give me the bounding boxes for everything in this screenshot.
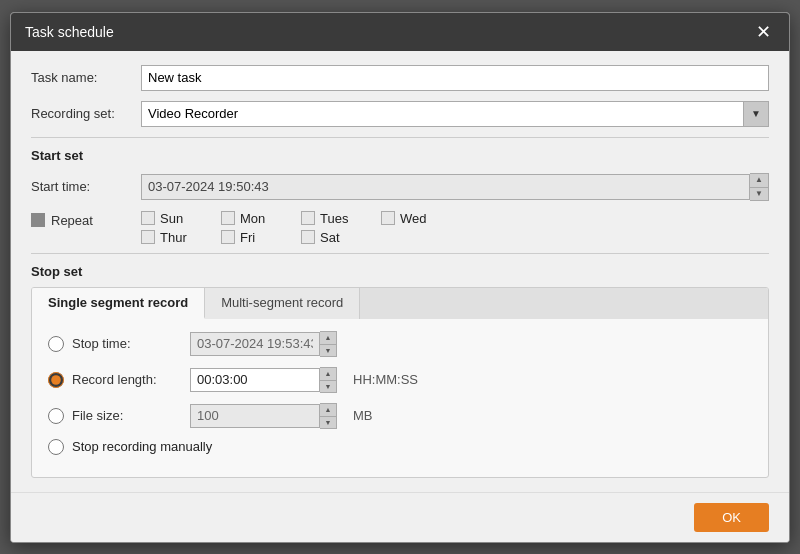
fri-checkbox[interactable] <box>221 230 235 244</box>
stop-manually-row: Stop recording manually <box>48 439 752 455</box>
stop-time-down-button[interactable]: ▼ <box>320 344 336 356</box>
start-time-wrapper: ▲ ▼ <box>141 173 769 201</box>
sun-checkbox[interactable] <box>141 211 155 225</box>
recording-set-wrapper: Video Recorder ▼ <box>141 101 769 127</box>
task-name-row: Task name: <box>31 65 769 91</box>
recording-set-label: Recording set: <box>31 106 141 121</box>
fri-label: Fri <box>240 230 255 245</box>
task-name-input[interactable] <box>141 65 769 91</box>
dialog-title: Task schedule <box>25 24 114 40</box>
mon-checkbox[interactable] <box>221 211 235 225</box>
repeat-checkbox[interactable] <box>31 213 45 227</box>
tabs-bar: Single segment record Multi-segment reco… <box>32 288 768 319</box>
tues-label: Tues <box>320 211 348 226</box>
day-tues: Tues <box>301 211 381 226</box>
day-mon: Mon <box>221 211 301 226</box>
record-length-spinners: ▲ ▼ <box>320 367 337 393</box>
stop-time-row: Stop time: ▲ ▼ <box>48 331 752 357</box>
wed-checkbox[interactable] <box>381 211 395 225</box>
close-button[interactable]: ✕ <box>752 23 775 41</box>
record-length-radio[interactable] <box>48 372 64 388</box>
record-length-input[interactable] <box>190 368 320 392</box>
stop-set-panel: Single segment record Multi-segment reco… <box>31 287 769 478</box>
day-sun: Sun <box>141 211 221 226</box>
record-length-up-button[interactable]: ▲ <box>320 368 336 380</box>
start-time-input[interactable] <box>141 174 750 200</box>
stop-time-up-button[interactable]: ▲ <box>320 332 336 344</box>
wed-label: Wed <box>400 211 427 226</box>
stop-set-header: Stop set <box>31 264 769 279</box>
start-time-row: Start time: ▲ ▼ <box>31 173 769 201</box>
stop-time-spinners: ▲ ▼ <box>320 331 337 357</box>
file-size-row: File size: ▲ ▼ MB <box>48 403 752 429</box>
tues-checkbox[interactable] <box>301 211 315 225</box>
day-sat: Sat <box>301 230 381 245</box>
day-fri: Fri <box>221 230 301 245</box>
file-size-radio[interactable] <box>48 408 64 424</box>
file-size-unit: MB <box>353 408 373 423</box>
ok-button[interactable]: OK <box>694 503 769 532</box>
stop-manually-radio[interactable] <box>48 439 64 455</box>
start-time-up-button[interactable]: ▲ <box>750 174 768 187</box>
start-time-label: Start time: <box>31 179 141 194</box>
recording-set-row: Recording set: Video Recorder ▼ <box>31 101 769 127</box>
record-length-unit: HH:MM:SS <box>353 372 418 387</box>
record-length-down-button[interactable]: ▼ <box>320 380 336 392</box>
tab-content: Stop time: ▲ ▼ Record length: <box>32 319 768 477</box>
file-size-down-button[interactable]: ▼ <box>320 416 336 428</box>
stop-time-label: Stop time: <box>72 336 182 351</box>
file-size-spinners: ▲ ▼ <box>320 403 337 429</box>
tab-multi-segment[interactable]: Multi-segment record <box>205 288 360 319</box>
day-wed: Wed <box>381 211 461 226</box>
dialog-content: Task name: Recording set: Video Recorder… <box>11 51 789 492</box>
record-length-wrapper: ▲ ▼ <box>190 367 337 393</box>
start-set-header: Start set <box>31 148 769 163</box>
sat-label: Sat <box>320 230 340 245</box>
repeat-section: Repeat Sun Mon Tues Wed <box>31 211 769 245</box>
task-name-label: Task name: <box>31 70 141 85</box>
tab-single-segment[interactable]: Single segment record <box>32 288 205 319</box>
file-size-input[interactable] <box>190 404 320 428</box>
stop-manually-label: Stop recording manually <box>72 439 212 454</box>
stop-time-wrapper: ▲ ▼ <box>190 331 337 357</box>
thur-checkbox[interactable] <box>141 230 155 244</box>
sat-checkbox[interactable] <box>301 230 315 244</box>
file-size-up-button[interactable]: ▲ <box>320 404 336 416</box>
recording-set-select[interactable]: Video Recorder <box>141 101 769 127</box>
title-bar: Task schedule ✕ <box>11 13 789 51</box>
record-length-row: Record length: ▲ ▼ HH:MM:SS <box>48 367 752 393</box>
record-length-label: Record length: <box>72 372 182 387</box>
sun-label: Sun <box>160 211 183 226</box>
days-grid: Sun Mon Tues Wed Thur <box>141 211 461 245</box>
stop-time-input[interactable] <box>190 332 320 356</box>
start-time-spinners: ▲ ▼ <box>750 173 769 201</box>
start-time-down-button[interactable]: ▼ <box>750 187 768 200</box>
mon-label: Mon <box>240 211 265 226</box>
dialog-footer: OK <box>11 492 789 542</box>
thur-label: Thur <box>160 230 187 245</box>
file-size-wrapper: ▲ ▼ <box>190 403 337 429</box>
task-schedule-dialog: Task schedule ✕ Task name: Recording set… <box>10 12 790 543</box>
repeat-label-wrapper: Repeat <box>31 211 141 228</box>
file-size-label: File size: <box>72 408 182 423</box>
day-thur: Thur <box>141 230 221 245</box>
stop-time-radio[interactable] <box>48 336 64 352</box>
repeat-label-text: Repeat <box>51 213 93 228</box>
